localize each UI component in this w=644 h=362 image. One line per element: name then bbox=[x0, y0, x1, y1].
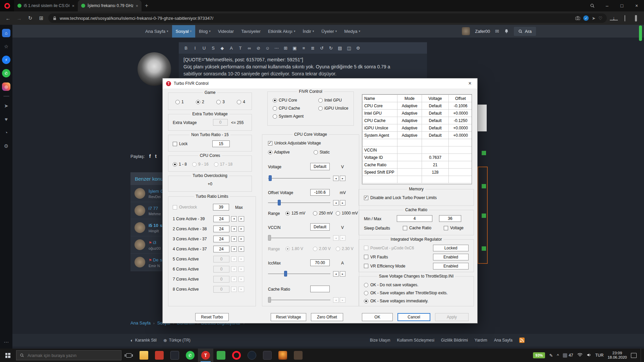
ivr-state-button[interactable]: Enabled bbox=[433, 263, 469, 269]
facebook-icon[interactable]: f bbox=[149, 154, 151, 159]
range-radio[interactable]: 125 mV bbox=[285, 211, 313, 216]
list-icon[interactable]: ≡ bbox=[299, 44, 308, 52]
reset-turbo-button[interactable]: Reset Turbo bbox=[195, 313, 229, 321]
text-color-icon[interactable]: ◆ bbox=[218, 44, 227, 52]
spin-down-button[interactable] bbox=[231, 216, 237, 222]
nav-item[interactable]: Etkinlik Akışı bbox=[264, 25, 299, 38]
red-app-icon[interactable] bbox=[152, 349, 167, 362]
checkbox-icon[interactable] bbox=[364, 264, 368, 268]
undo-icon[interactable]: ↺ bbox=[317, 44, 326, 52]
clock[interactable]: 23:09 18.06.2020 bbox=[607, 351, 627, 360]
slider-right-button[interactable] bbox=[340, 176, 345, 181]
editor-settings-icon[interactable]: ⚙ bbox=[354, 44, 363, 52]
fivr-table-row[interactable]: System Agent Adaptive Default +0.0000 bbox=[363, 132, 472, 139]
fivr-radio[interactable]: System Agent bbox=[273, 114, 318, 119]
maximize-button[interactable]: □ bbox=[614, 0, 629, 11]
speed-dial-grid-icon[interactable]: ⊞ bbox=[37, 15, 45, 21]
cpu-cores-radio[interactable]: 9 - 16 bbox=[192, 162, 209, 167]
text-size-icon[interactable]: T bbox=[236, 44, 245, 52]
spin-down-button[interactable] bbox=[231, 246, 237, 252]
ivr-state-button[interactable]: Locked bbox=[433, 245, 469, 251]
search-icon[interactable] bbox=[585, 0, 600, 11]
cache-ratio-input[interactable] bbox=[310, 286, 330, 292]
nav-item[interactable]: Üyeler bbox=[318, 25, 340, 38]
taskbar-search-input[interactable] bbox=[27, 353, 118, 358]
reload-icon[interactable]: ↻ bbox=[26, 15, 34, 21]
memory-checkbox-row[interactable]: Disable and Lock Turbo Power Limits bbox=[364, 194, 437, 201]
checkbox-icon[interactable] bbox=[364, 246, 368, 250]
cpu-cores-radio[interactable]: 1 - 8 bbox=[173, 162, 187, 167]
fivr-table-row[interactable]: Voltage ID 0.7637 bbox=[363, 154, 472, 161]
overclock-max-input[interactable] bbox=[213, 204, 229, 210]
slider-right-button[interactable] bbox=[340, 271, 345, 277]
breadcrumb-link[interactable]: Ana Sayfa bbox=[130, 320, 151, 325]
offset-voltage-slider[interactable] bbox=[268, 200, 330, 206]
browser-tab[interactable]: İşlemci frekansı 0.79 GHz'e bbox=[78, 0, 142, 11]
bell-icon[interactable] bbox=[504, 29, 509, 34]
slider-left-button[interactable] bbox=[333, 271, 339, 277]
game-radio[interactable]: 4 bbox=[237, 100, 245, 104]
spin-up-button[interactable] bbox=[238, 246, 244, 252]
spin-up-button[interactable] bbox=[238, 287, 244, 292]
brown-app-icon[interactable] bbox=[290, 349, 306, 362]
username[interactable]: Zafer00 bbox=[475, 29, 490, 34]
volume-icon[interactable] bbox=[587, 353, 591, 358]
range-radio[interactable]: 1000 mV bbox=[336, 211, 358, 216]
fivr-table-row[interactable]: Speed Shift EPP 128 bbox=[363, 169, 472, 176]
rss-icon[interactable] bbox=[519, 338, 525, 343]
fivr-table-row[interactable]: Intel GPU Adaptive Default +0.0000 bbox=[363, 110, 472, 117]
insert-table-icon[interactable]: ⊞ bbox=[281, 44, 290, 52]
steam-icon[interactable] bbox=[244, 349, 260, 362]
footer-link[interactable]: Ana Sayfa bbox=[494, 338, 513, 343]
game-radio[interactable]: 3 bbox=[216, 100, 225, 104]
file-explorer-icon[interactable] bbox=[136, 349, 152, 362]
ratio-input[interactable] bbox=[213, 276, 229, 283]
messenger-icon[interactable]: ⚡ bbox=[2, 56, 10, 64]
hidden-icons-chevron[interactable]: ^ bbox=[557, 353, 559, 358]
fivr-table-row[interactable] bbox=[363, 139, 472, 146]
save-option-radio[interactable]: OK - Save voltages after ThrottleStop ex… bbox=[364, 289, 471, 297]
non-turbo-ratio-input[interactable] bbox=[212, 140, 230, 147]
language-chooser[interactable]: ⊕ Türkçe (TR) bbox=[163, 338, 191, 343]
sleep-voltage-checkbox[interactable]: Voltage bbox=[444, 225, 464, 231]
back-icon[interactable]: ← bbox=[4, 15, 12, 21]
tab-close-icon[interactable] bbox=[136, 3, 138, 8]
iccmax-input[interactable] bbox=[310, 259, 330, 266]
footer-link[interactable]: Bize Ulaşın bbox=[370, 338, 390, 343]
footer-link[interactable]: Gizlilik Bildirimi bbox=[441, 338, 468, 343]
footer-link[interactable]: Kullanım Sözleşmesi bbox=[397, 338, 434, 343]
spin-up-button[interactable] bbox=[238, 266, 244, 272]
nav-item[interactable]: Sosyal bbox=[172, 25, 196, 38]
instagram-icon[interactable]: ◎ bbox=[2, 82, 10, 91]
spin-up-button[interactable] bbox=[238, 277, 244, 282]
flame-app-icon[interactable] bbox=[275, 349, 290, 362]
tab-close-icon[interactable] bbox=[72, 3, 74, 8]
throttlestop-icon[interactable]: T bbox=[198, 349, 213, 362]
nav-item[interactable]: Ana Sayfa bbox=[142, 25, 172, 38]
sidebar-toggle-icon[interactable] bbox=[632, 15, 640, 21]
nav-item[interactable]: İndir bbox=[299, 25, 318, 38]
bookmarks-icon[interactable]: ☆ bbox=[2, 42, 10, 51]
fivr-radio[interactable]: iGPU Unslice bbox=[318, 106, 351, 111]
spin-down-button[interactable] bbox=[231, 277, 237, 282]
green-app-icon[interactable] bbox=[213, 349, 229, 362]
ratio-input[interactable] bbox=[213, 236, 229, 242]
action-center-icon[interactable] bbox=[631, 353, 637, 358]
footer-link[interactable]: Yardım bbox=[475, 338, 487, 343]
spin-down-button[interactable] bbox=[231, 266, 237, 272]
iccmax-slider[interactable] bbox=[268, 271, 330, 277]
ratio-input[interactable] bbox=[213, 266, 229, 273]
epic-games-icon[interactable] bbox=[260, 349, 275, 362]
opera-menu-button[interactable] bbox=[0, 0, 14, 11]
fivr-radio[interactable]: CPU Core bbox=[273, 98, 318, 103]
shield-badge-icon[interactable] bbox=[583, 15, 589, 21]
ratio-input[interactable] bbox=[213, 216, 229, 222]
game-radio[interactable]: 1 bbox=[175, 100, 184, 104]
sidebar-more-icon[interactable]: ⋯ bbox=[4, 339, 9, 345]
font-color-icon[interactable]: A bbox=[227, 44, 236, 52]
underline-icon[interactable]: U bbox=[200, 44, 209, 52]
ok-button[interactable]: OK bbox=[362, 313, 393, 321]
url-text[interactable]: www.technopat.net/sosyal/konu/islemci-fr… bbox=[60, 16, 572, 21]
spin-down-button[interactable] bbox=[231, 226, 237, 232]
personal-news-icon[interactable]: ♥ bbox=[2, 115, 10, 123]
